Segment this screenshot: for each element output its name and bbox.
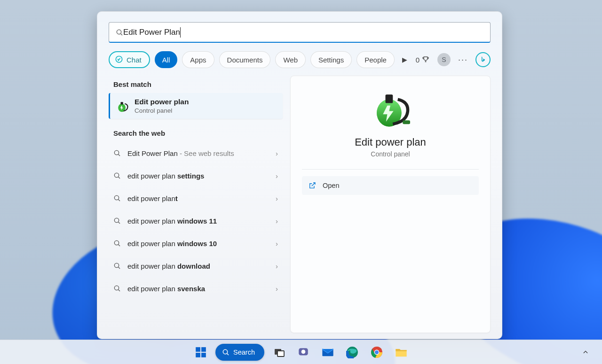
filter-chat[interactable]: Chat <box>109 51 150 68</box>
taskbar-search[interactable]: Search <box>215 344 264 361</box>
web-result[interactable]: edit power plan settings› <box>109 164 283 187</box>
taskbar: Search <box>0 340 602 364</box>
search-icon <box>113 262 121 270</box>
chevron-right-icon: › <box>276 285 278 293</box>
chevron-right-icon: › <box>276 149 278 157</box>
web-result[interactable]: edit power plan download› <box>109 255 283 277</box>
filter-scroll-right[interactable]: ▶ <box>399 56 410 63</box>
search-input-wrap[interactable]: Edit Power Plan <box>109 22 491 43</box>
svg-line-12 <box>119 222 120 224</box>
mail-icon <box>321 346 334 359</box>
best-match-subtitle: Control panel <box>135 107 189 114</box>
best-match-heading: Best match <box>113 80 283 88</box>
system-tray <box>578 340 594 364</box>
filter-people-label: People <box>364 56 387 64</box>
svg-rect-23 <box>196 347 200 352</box>
svg-rect-25 <box>196 353 200 357</box>
web-result[interactable]: edit power plan svenska› <box>109 277 283 300</box>
search-icon <box>113 172 121 179</box>
svg-point-9 <box>114 195 119 200</box>
svg-point-11 <box>114 218 119 222</box>
web-result[interactable]: edit power plant› <box>109 187 283 209</box>
chevron-right-icon: › <box>276 194 278 202</box>
svg-point-7 <box>114 173 119 177</box>
filter-settings-label: Settings <box>318 56 344 64</box>
filter-row: Chat All Apps Documents Web Settings Peo… <box>109 51 491 68</box>
svg-line-28 <box>227 353 229 355</box>
chevron-right-icon: › <box>276 172 278 180</box>
svg-point-13 <box>114 240 119 245</box>
results-column: Best match Edit power plan Control panel… <box>109 76 286 333</box>
svg-line-8 <box>119 177 120 178</box>
filter-documents-label: Documents <box>227 56 263 64</box>
filter-people[interactable]: People <box>356 51 395 68</box>
file-explorer[interactable] <box>391 342 411 362</box>
search-icon <box>113 149 121 157</box>
best-match-title: Edit power plan <box>135 98 189 106</box>
filter-documents[interactable]: Documents <box>219 51 271 68</box>
web-result-label: edit power plan windows 11 <box>127 217 276 225</box>
chevron-up-icon <box>582 349 589 356</box>
filter-chat-label: Chat <box>127 56 142 64</box>
bing-chat-button[interactable] <box>475 52 491 67</box>
open-action[interactable]: Open <box>302 176 479 195</box>
user-initial: S <box>442 56 446 63</box>
filter-apps-label: Apps <box>190 56 206 64</box>
web-result[interactable]: edit power plan windows 11› <box>109 209 283 232</box>
taskbar-search-label: Search <box>233 349 255 356</box>
more-options[interactable]: ··· <box>458 55 468 65</box>
divider <box>302 169 479 170</box>
svg-point-27 <box>223 349 227 354</box>
chevron-right-icon: › <box>276 262 278 270</box>
bing-chat-icon <box>114 55 124 64</box>
svg-rect-21 <box>386 94 393 103</box>
web-result-label: edit power plan svenska <box>127 285 276 293</box>
chrome-icon <box>371 346 383 358</box>
svg-rect-30 <box>277 351 284 356</box>
edge-browser[interactable] <box>342 342 362 362</box>
filter-web-label: Web <box>283 56 298 64</box>
windows-icon <box>195 346 207 358</box>
power-plan-icon <box>116 100 129 113</box>
search-icon <box>113 240 121 247</box>
tray-overflow[interactable] <box>578 342 594 362</box>
search-icon <box>113 217 121 225</box>
rewards-points-value: 0 <box>416 56 420 64</box>
task-view-icon <box>273 347 285 358</box>
web-result[interactable]: Edit Power Plan - See web results› <box>109 142 283 164</box>
rewards-points[interactable]: 0 <box>416 55 430 64</box>
search-icon <box>222 349 230 356</box>
folder-icon <box>395 346 408 359</box>
search-icon <box>113 285 121 292</box>
filter-settings[interactable]: Settings <box>310 51 352 68</box>
svg-line-6 <box>119 155 120 156</box>
start-button[interactable] <box>191 342 211 362</box>
detail-title: Edit power plan <box>355 136 426 148</box>
task-view[interactable] <box>269 342 289 362</box>
filter-apps[interactable]: Apps <box>182 51 214 68</box>
mail-app[interactable] <box>318 342 338 362</box>
svg-point-32 <box>301 349 306 354</box>
svg-point-37 <box>375 350 379 354</box>
search-flyout: Edit Power Plan Chat All Apps Documents … <box>97 11 502 339</box>
open-external-icon <box>309 182 316 189</box>
filter-all[interactable]: All <box>155 51 178 68</box>
teams-chat[interactable] <box>293 342 313 362</box>
web-result-label: edit power plan settings <box>127 172 276 180</box>
best-match-result[interactable]: Edit power plan Control panel <box>109 93 283 119</box>
svg-line-10 <box>119 200 120 201</box>
chevron-right-icon: › <box>276 240 278 248</box>
svg-rect-24 <box>201 347 206 352</box>
svg-rect-22 <box>403 120 410 124</box>
svg-point-5 <box>114 150 119 155</box>
filter-web[interactable]: Web <box>275 51 306 68</box>
user-avatar[interactable]: S <box>437 53 451 66</box>
web-result-label: edit power plan download <box>127 262 276 270</box>
svg-rect-4 <box>121 102 123 104</box>
chrome-browser[interactable] <box>367 342 387 362</box>
detail-subtitle: Control panel <box>371 150 410 158</box>
web-result-label: Edit Power Plan - See web results <box>127 149 276 157</box>
svg-point-15 <box>114 263 119 267</box>
web-result[interactable]: edit power plan windows 10› <box>109 232 283 255</box>
web-result-label: edit power plan windows 10 <box>127 240 276 248</box>
